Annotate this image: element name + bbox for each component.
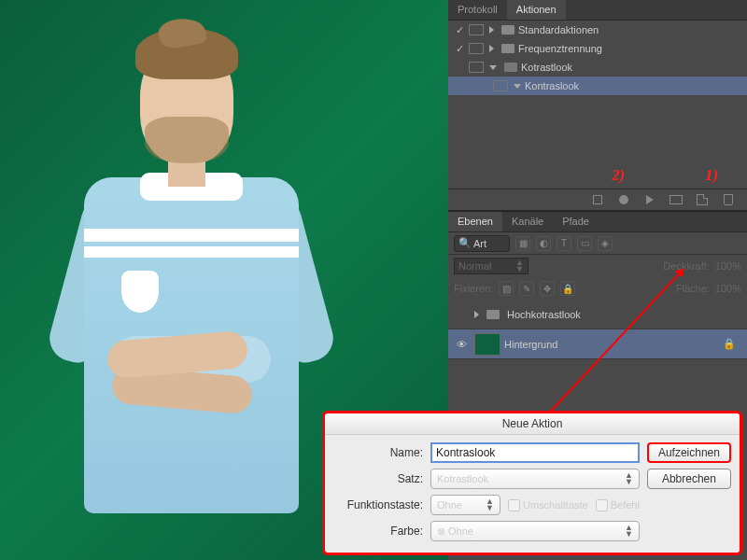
- disclosure-icon[interactable]: [489, 45, 494, 52]
- action-label: Standardaktionen: [518, 24, 599, 35]
- layers-panel: Ebenen Kanäle Pfade 🔍Art ▦ ◐ T ▭ ◈ Norma…: [448, 211, 747, 359]
- action-label: Kontraslook: [525, 80, 579, 91]
- photo-subject: [28, 28, 336, 551]
- tab-actions[interactable]: Aktionen: [507, 0, 566, 20]
- dialog-toggle-icon[interactable]: [469, 43, 484, 54]
- color-select[interactable]: ⊗ Ohne▲▼: [430, 521, 640, 541]
- folder-icon: [504, 63, 517, 72]
- toggle-check-icon[interactable]: ✓: [452, 43, 467, 55]
- new-action-icon[interactable]: [695, 192, 710, 207]
- toggle-check-icon[interactable]: ✓: [452, 24, 467, 36]
- tab-layers[interactable]: Ebenen: [448, 212, 502, 231]
- lock-position-icon[interactable]: ✥: [540, 281, 555, 296]
- name-label: Name:: [334, 446, 423, 459]
- annotation-one: 1): [705, 166, 718, 185]
- name-input[interactable]: [430, 442, 640, 463]
- lock-paint-icon[interactable]: ✎: [519, 281, 534, 296]
- layer-name: Hintergrund: [504, 339, 557, 350]
- action-set-row[interactable]: Kotrastlook: [448, 58, 747, 77]
- cancel-button[interactable]: Abbrechen: [647, 469, 731, 489]
- dialog-toggle-icon[interactable]: [469, 62, 484, 73]
- filter-type-icon[interactable]: T: [557, 236, 571, 251]
- lock-icon: 🔒: [723, 338, 736, 350]
- set-label: Satz:: [334, 472, 423, 485]
- delete-icon[interactable]: [721, 192, 736, 207]
- actions-toolbar: [448, 189, 747, 211]
- actions-list[interactable]: ✓ Standardaktionen ✓ Frequenztrennung Ko…: [448, 21, 747, 189]
- disclosure-icon[interactable]: [489, 65, 497, 70]
- layer-name: Hochkotrastlook: [507, 309, 581, 320]
- set-select[interactable]: Kotrastlook▲▼: [430, 469, 640, 489]
- lock-transparent-icon[interactable]: ▨: [499, 281, 514, 296]
- new-action-dialog: Neue Aktion Name: Aufzeichnen Satz: Kotr…: [322, 411, 742, 555]
- layer-filter-select[interactable]: 🔍Art: [454, 235, 510, 252]
- filter-pixel-icon[interactable]: ▦: [515, 236, 530, 251]
- layer-group-row[interactable]: Hochkotrastlook: [448, 300, 747, 329]
- filter-adjust-icon[interactable]: ◐: [536, 236, 551, 251]
- dialog-toggle-icon[interactable]: [493, 80, 508, 91]
- tab-paths[interactable]: Pfade: [553, 212, 599, 231]
- function-key-label: Funktionstaste:: [334, 498, 423, 511]
- action-row[interactable]: Kontraslook: [448, 77, 747, 95]
- lock-label: Fixieren:: [454, 283, 493, 294]
- color-label: Farbe:: [334, 525, 423, 538]
- disclosure-icon[interactable]: [489, 26, 494, 34]
- folder-icon: [501, 25, 514, 35]
- play-icon[interactable]: [642, 192, 657, 207]
- record-button[interactable]: Aufzeichnen: [647, 442, 731, 463]
- annotation-two: 2): [612, 166, 625, 185]
- disclosure-icon[interactable]: [474, 311, 479, 318]
- function-key-select[interactable]: Ohne▲▼: [430, 495, 500, 515]
- visibility-icon[interactable]: 👁: [452, 339, 471, 350]
- dialog-title: Neue Aktion: [325, 413, 740, 435]
- action-set-row[interactable]: ✓ Standardaktionen: [448, 21, 747, 39]
- filter-shape-icon[interactable]: ▭: [577, 236, 592, 251]
- command-checkbox[interactable]: Befehl: [596, 499, 640, 511]
- filter-smart-icon[interactable]: ◈: [598, 236, 613, 251]
- record-icon[interactable]: [616, 192, 631, 207]
- tab-history[interactable]: Protokoll: [448, 0, 507, 20]
- layer-thumbnail: [474, 333, 500, 356]
- new-set-icon[interactable]: [669, 192, 684, 207]
- tab-channels[interactable]: Kanäle: [502, 212, 553, 231]
- folder-icon: [486, 310, 500, 319]
- fill-value[interactable]: 100%: [715, 283, 741, 294]
- opacity-value[interactable]: 100%: [715, 260, 741, 272]
- action-set-row[interactable]: ✓ Frequenztrennung: [448, 39, 747, 58]
- actions-panel-tabs: Protokoll Aktionen: [448, 0, 747, 21]
- layer-row[interactable]: 👁 Hintergrund 🔒: [448, 329, 747, 359]
- blend-mode-select[interactable]: Normal▲▼: [454, 258, 529, 274]
- shift-checkbox[interactable]: Umschalttaste: [508, 499, 588, 511]
- disclosure-icon[interactable]: [514, 84, 521, 89]
- stop-icon[interactable]: [590, 192, 605, 207]
- fill-label: Fläche:: [676, 283, 710, 294]
- action-label: Frequenztrennung: [518, 43, 602, 54]
- lock-all-icon[interactable]: 🔒: [560, 281, 575, 296]
- dialog-toggle-icon[interactable]: [469, 24, 484, 35]
- action-label: Kotrastlook: [521, 62, 572, 73]
- folder-icon: [501, 44, 514, 53]
